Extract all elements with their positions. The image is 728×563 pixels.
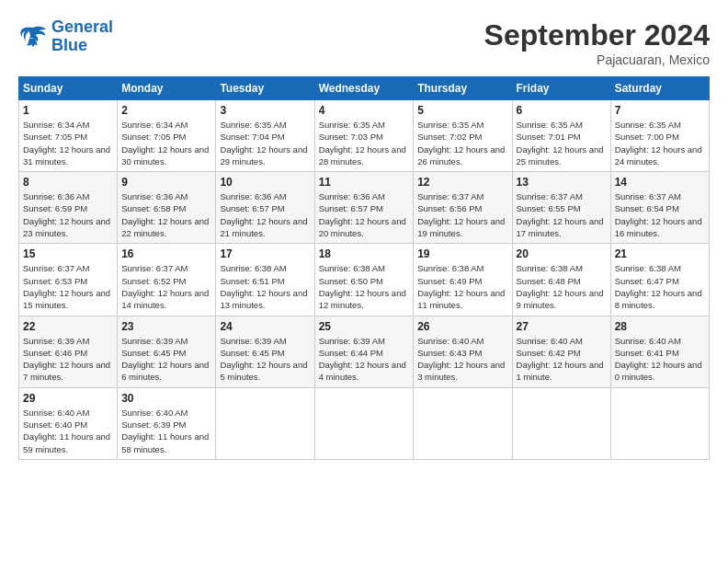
day-number: 19 bbox=[417, 247, 507, 260]
day-info: Sunrise: 6:36 AM Sunset: 6:59 PM Dayligh… bbox=[23, 190, 113, 239]
calendar-cell: 9Sunrise: 6:36 AM Sunset: 6:58 PM Daylig… bbox=[118, 172, 216, 244]
calendar-cell bbox=[610, 387, 709, 459]
day-number: 14 bbox=[615, 176, 705, 189]
day-info: Sunrise: 6:39 AM Sunset: 6:44 PM Dayligh… bbox=[319, 335, 410, 384]
calendar-cell: 23Sunrise: 6:39 AM Sunset: 6:45 PM Dayli… bbox=[118, 316, 216, 387]
calendar-cell: 26Sunrise: 6:40 AM Sunset: 6:43 PM Dayli… bbox=[414, 316, 512, 387]
calendar-cell: 19Sunrise: 6:38 AM Sunset: 6:49 PM Dayli… bbox=[414, 244, 512, 316]
calendar: Sunday Monday Tuesday Wednesday Thursday… bbox=[18, 76, 710, 460]
day-info: Sunrise: 6:40 AM Sunset: 6:41 PM Dayligh… bbox=[615, 335, 705, 384]
calendar-cell bbox=[512, 387, 610, 459]
day-number: 24 bbox=[220, 320, 310, 333]
calendar-cell: 5Sunrise: 6:35 AM Sunset: 7:02 PM Daylig… bbox=[414, 100, 512, 172]
day-number: 29 bbox=[23, 392, 113, 405]
calendar-cell: 24Sunrise: 6:39 AM Sunset: 6:45 PM Dayli… bbox=[216, 316, 314, 387]
calendar-cell: 20Sunrise: 6:38 AM Sunset: 6:48 PM Dayli… bbox=[512, 244, 610, 316]
day-number: 27 bbox=[517, 320, 607, 333]
day-info: Sunrise: 6:38 AM Sunset: 6:47 PM Dayligh… bbox=[615, 262, 705, 311]
location: Pajacuaran, Mexico bbox=[484, 52, 710, 67]
calendar-cell: 8Sunrise: 6:36 AM Sunset: 6:59 PM Daylig… bbox=[19, 172, 118, 244]
day-info: Sunrise: 6:35 AM Sunset: 7:00 PM Dayligh… bbox=[615, 119, 705, 167]
day-info: Sunrise: 6:34 AM Sunset: 7:05 PM Dayligh… bbox=[23, 119, 113, 167]
day-number: 15 bbox=[23, 247, 113, 260]
calendar-week-3: 15Sunrise: 6:37 AM Sunset: 6:53 PM Dayli… bbox=[19, 244, 710, 316]
day-info: Sunrise: 6:39 AM Sunset: 6:46 PM Dayligh… bbox=[23, 335, 113, 384]
calendar-cell: 30Sunrise: 6:40 AM Sunset: 6:39 PM Dayli… bbox=[118, 387, 216, 459]
calendar-cell: 28Sunrise: 6:40 AM Sunset: 6:41 PM Dayli… bbox=[610, 316, 709, 387]
col-sunday: Sunday bbox=[19, 77, 118, 100]
day-number: 13 bbox=[517, 176, 607, 189]
day-number: 6 bbox=[517, 104, 607, 117]
day-info: Sunrise: 6:37 AM Sunset: 6:55 PM Dayligh… bbox=[517, 190, 607, 239]
calendar-cell: 12Sunrise: 6:37 AM Sunset: 6:56 PM Dayli… bbox=[414, 172, 512, 244]
day-number: 2 bbox=[121, 104, 211, 117]
day-number: 7 bbox=[615, 104, 705, 117]
page: General Blue September 2024 Pajacuaran, … bbox=[0, 0, 728, 563]
day-number: 25 bbox=[319, 320, 410, 333]
day-number: 23 bbox=[121, 320, 211, 333]
day-info: Sunrise: 6:39 AM Sunset: 6:45 PM Dayligh… bbox=[220, 335, 310, 384]
calendar-cell: 21Sunrise: 6:38 AM Sunset: 6:47 PM Dayli… bbox=[610, 244, 709, 316]
day-info: Sunrise: 6:36 AM Sunset: 6:57 PM Dayligh… bbox=[220, 190, 310, 239]
day-info: Sunrise: 6:37 AM Sunset: 6:54 PM Dayligh… bbox=[615, 190, 705, 239]
logo-text: General Blue bbox=[51, 18, 113, 55]
calendar-cell: 2Sunrise: 6:34 AM Sunset: 7:05 PM Daylig… bbox=[118, 100, 216, 172]
calendar-cell: 17Sunrise: 6:38 AM Sunset: 6:51 PM Dayli… bbox=[216, 244, 314, 316]
col-monday: Monday bbox=[118, 77, 216, 100]
calendar-cell bbox=[216, 387, 314, 459]
calendar-cell: 10Sunrise: 6:36 AM Sunset: 6:57 PM Dayli… bbox=[216, 172, 314, 244]
day-number: 9 bbox=[121, 176, 211, 189]
day-number: 21 bbox=[615, 247, 705, 260]
calendar-cell: 22Sunrise: 6:39 AM Sunset: 6:46 PM Dayli… bbox=[19, 316, 118, 387]
day-info: Sunrise: 6:40 AM Sunset: 6:42 PM Dayligh… bbox=[517, 335, 607, 384]
day-info: Sunrise: 6:38 AM Sunset: 6:48 PM Dayligh… bbox=[517, 262, 607, 311]
day-info: Sunrise: 6:34 AM Sunset: 7:05 PM Dayligh… bbox=[121, 119, 211, 167]
day-number: 30 bbox=[121, 392, 211, 405]
calendar-week-5: 29Sunrise: 6:40 AM Sunset: 6:40 PM Dayli… bbox=[19, 387, 710, 459]
day-number: 18 bbox=[319, 247, 410, 260]
col-wednesday: Wednesday bbox=[314, 77, 414, 100]
calendar-cell: 14Sunrise: 6:37 AM Sunset: 6:54 PM Dayli… bbox=[610, 172, 709, 244]
calendar-cell: 1Sunrise: 6:34 AM Sunset: 7:05 PM Daylig… bbox=[19, 100, 118, 172]
calendar-week-4: 22Sunrise: 6:39 AM Sunset: 6:46 PM Dayli… bbox=[19, 316, 710, 387]
title-block: September 2024 Pajacuaran, Mexico bbox=[484, 18, 710, 67]
day-number: 26 bbox=[417, 320, 507, 333]
day-number: 4 bbox=[319, 104, 410, 117]
col-thursday: Thursday bbox=[414, 77, 512, 100]
day-info: Sunrise: 6:36 AM Sunset: 6:57 PM Dayligh… bbox=[319, 190, 410, 239]
header-row: Sunday Monday Tuesday Wednesday Thursday… bbox=[19, 77, 710, 100]
day-number: 12 bbox=[417, 176, 507, 189]
day-info: Sunrise: 6:37 AM Sunset: 6:52 PM Dayligh… bbox=[121, 262, 211, 311]
day-info: Sunrise: 6:38 AM Sunset: 6:49 PM Dayligh… bbox=[417, 262, 507, 311]
day-info: Sunrise: 6:40 AM Sunset: 6:40 PM Dayligh… bbox=[23, 407, 113, 455]
calendar-week-2: 8Sunrise: 6:36 AM Sunset: 6:59 PM Daylig… bbox=[19, 172, 710, 244]
logo-bird-icon bbox=[18, 24, 48, 50]
day-info: Sunrise: 6:38 AM Sunset: 6:50 PM Dayligh… bbox=[319, 262, 410, 311]
day-info: Sunrise: 6:37 AM Sunset: 6:56 PM Dayligh… bbox=[417, 190, 507, 239]
day-number: 10 bbox=[220, 176, 310, 189]
calendar-cell: 16Sunrise: 6:37 AM Sunset: 6:52 PM Dayli… bbox=[118, 244, 216, 316]
day-number: 16 bbox=[121, 247, 211, 260]
calendar-cell: 29Sunrise: 6:40 AM Sunset: 6:40 PM Dayli… bbox=[19, 387, 118, 459]
calendar-cell: 11Sunrise: 6:36 AM Sunset: 6:57 PM Dayli… bbox=[314, 172, 414, 244]
col-saturday: Saturday bbox=[610, 77, 709, 100]
header: General Blue September 2024 Pajacuaran, … bbox=[18, 18, 710, 67]
calendar-cell: 15Sunrise: 6:37 AM Sunset: 6:53 PM Dayli… bbox=[19, 244, 118, 316]
calendar-cell: 3Sunrise: 6:35 AM Sunset: 7:04 PM Daylig… bbox=[216, 100, 314, 172]
day-info: Sunrise: 6:37 AM Sunset: 6:53 PM Dayligh… bbox=[23, 262, 113, 311]
day-info: Sunrise: 6:39 AM Sunset: 6:45 PM Dayligh… bbox=[121, 335, 211, 384]
month-title: September 2024 bbox=[484, 18, 710, 52]
calendar-cell: 4Sunrise: 6:35 AM Sunset: 7:03 PM Daylig… bbox=[314, 100, 414, 172]
logo: General Blue bbox=[18, 18, 113, 55]
day-number: 20 bbox=[517, 247, 607, 260]
calendar-cell bbox=[314, 387, 414, 459]
day-number: 11 bbox=[319, 176, 410, 189]
day-info: Sunrise: 6:40 AM Sunset: 6:43 PM Dayligh… bbox=[417, 335, 507, 384]
calendar-cell: 7Sunrise: 6:35 AM Sunset: 7:00 PM Daylig… bbox=[610, 100, 709, 172]
day-info: Sunrise: 6:35 AM Sunset: 7:03 PM Dayligh… bbox=[319, 119, 410, 167]
calendar-week-1: 1Sunrise: 6:34 AM Sunset: 7:05 PM Daylig… bbox=[19, 100, 710, 172]
day-info: Sunrise: 6:38 AM Sunset: 6:51 PM Dayligh… bbox=[220, 262, 310, 311]
day-info: Sunrise: 6:35 AM Sunset: 7:04 PM Dayligh… bbox=[220, 119, 310, 167]
col-friday: Friday bbox=[512, 77, 610, 100]
day-info: Sunrise: 6:35 AM Sunset: 7:02 PM Dayligh… bbox=[417, 119, 507, 167]
